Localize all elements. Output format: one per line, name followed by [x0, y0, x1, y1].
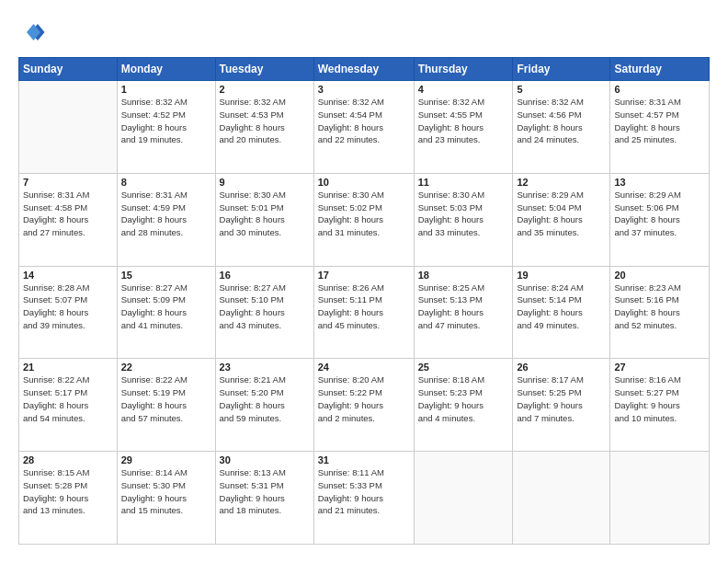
calendar-cell: [414, 452, 513, 545]
calendar-cell: 21Sunrise: 8:22 AM Sunset: 5:17 PM Dayli…: [19, 359, 118, 452]
day-number: 2: [220, 84, 310, 95]
day-info: Sunrise: 8:25 AM Sunset: 5:13 PM Dayligh…: [418, 282, 509, 332]
calendar-cell: 16Sunrise: 8:27 AM Sunset: 5:10 PM Dayli…: [215, 266, 313, 359]
calendar-week-1: 1Sunrise: 8:32 AM Sunset: 4:52 PM Daylig…: [19, 81, 710, 174]
day-info: Sunrise: 8:32 AM Sunset: 4:55 PM Dayligh…: [418, 96, 509, 146]
logo-icon: [18, 18, 46, 46]
day-number: 20: [614, 270, 705, 281]
day-info: Sunrise: 8:22 AM Sunset: 5:17 PM Dayligh…: [23, 373, 113, 424]
day-number: 4: [418, 84, 509, 95]
calendar-cell: 5Sunrise: 8:32 AM Sunset: 4:56 PM Daylig…: [513, 81, 610, 174]
day-info: Sunrise: 8:30 AM Sunset: 5:01 PM Dayligh…: [220, 189, 310, 239]
day-number: 26: [517, 362, 606, 373]
day-number: 31: [318, 454, 410, 465]
day-number: 27: [614, 362, 705, 373]
day-number: 25: [418, 362, 509, 373]
calendar-cell: 17Sunrise: 8:26 AM Sunset: 5:11 PM Dayli…: [313, 266, 414, 359]
calendar-cell: 9Sunrise: 8:30 AM Sunset: 5:01 PM Daylig…: [215, 173, 313, 266]
day-number: 22: [121, 362, 211, 373]
calendar-header: SundayMondayTuesdayWednesdayThursdayFrid…: [19, 58, 710, 81]
day-number: 30: [220, 454, 310, 465]
day-info: Sunrise: 8:31 AM Sunset: 4:59 PM Dayligh…: [121, 189, 211, 239]
calendar-cell: 3Sunrise: 8:32 AM Sunset: 4:54 PM Daylig…: [313, 81, 414, 174]
day-info: Sunrise: 8:27 AM Sunset: 5:10 PM Dayligh…: [220, 282, 310, 332]
day-of-week-monday: Monday: [117, 58, 215, 81]
calendar-cell: 25Sunrise: 8:18 AM Sunset: 5:23 PM Dayli…: [414, 359, 513, 452]
calendar-cell: 2Sunrise: 8:32 AM Sunset: 4:53 PM Daylig…: [215, 81, 313, 174]
calendar: SundayMondayTuesdayWednesdayThursdayFrid…: [18, 57, 710, 545]
day-info: Sunrise: 8:32 AM Sunset: 4:53 PM Dayligh…: [220, 96, 310, 146]
calendar-cell: 18Sunrise: 8:25 AM Sunset: 5:13 PM Dayli…: [414, 266, 513, 359]
day-number: 21: [23, 362, 113, 373]
calendar-cell: [19, 81, 118, 174]
day-number: 29: [121, 454, 211, 465]
day-info: Sunrise: 8:15 AM Sunset: 5:28 PM Dayligh…: [23, 466, 113, 517]
day-info: Sunrise: 8:29 AM Sunset: 5:04 PM Dayligh…: [517, 189, 606, 239]
day-info: Sunrise: 8:32 AM Sunset: 4:56 PM Dayligh…: [517, 96, 606, 146]
calendar-cell: 26Sunrise: 8:17 AM Sunset: 5:25 PM Dayli…: [513, 359, 610, 452]
calendar-cell: [610, 452, 710, 545]
logo: [18, 18, 50, 46]
calendar-cell: 14Sunrise: 8:28 AM Sunset: 5:07 PM Dayli…: [19, 266, 118, 359]
calendar-cell: 29Sunrise: 8:14 AM Sunset: 5:30 PM Dayli…: [117, 452, 215, 545]
calendar-week-5: 28Sunrise: 8:15 AM Sunset: 5:28 PM Dayli…: [19, 452, 710, 545]
calendar-cell: 4Sunrise: 8:32 AM Sunset: 4:55 PM Daylig…: [414, 81, 513, 174]
day-of-week-sunday: Sunday: [19, 58, 118, 81]
day-number: 8: [121, 177, 211, 188]
day-number: 7: [23, 177, 113, 188]
day-info: Sunrise: 8:21 AM Sunset: 5:20 PM Dayligh…: [220, 373, 310, 424]
day-info: Sunrise: 8:20 AM Sunset: 5:22 PM Dayligh…: [318, 373, 410, 424]
day-number: 16: [220, 270, 310, 281]
day-number: 28: [23, 454, 113, 465]
day-number: 13: [614, 177, 705, 188]
day-of-week-saturday: Saturday: [610, 58, 710, 81]
day-number: 17: [318, 270, 410, 281]
day-number: 15: [121, 270, 211, 281]
calendar-body: 1Sunrise: 8:32 AM Sunset: 4:52 PM Daylig…: [19, 81, 710, 545]
day-info: Sunrise: 8:13 AM Sunset: 5:31 PM Dayligh…: [220, 466, 310, 517]
day-number: 23: [220, 362, 310, 373]
day-number: 5: [517, 84, 606, 95]
calendar-cell: 7Sunrise: 8:31 AM Sunset: 4:58 PM Daylig…: [19, 173, 118, 266]
day-number: 3: [318, 84, 410, 95]
calendar-cell: 31Sunrise: 8:11 AM Sunset: 5:33 PM Dayli…: [313, 452, 414, 545]
day-info: Sunrise: 8:23 AM Sunset: 5:16 PM Dayligh…: [614, 282, 705, 332]
day-info: Sunrise: 8:32 AM Sunset: 4:52 PM Dayligh…: [121, 96, 211, 146]
day-number: 12: [517, 177, 606, 188]
page: SundayMondayTuesdayWednesdayThursdayFrid…: [0, 0, 728, 563]
calendar-cell: 28Sunrise: 8:15 AM Sunset: 5:28 PM Dayli…: [19, 452, 118, 545]
header-row: SundayMondayTuesdayWednesdayThursdayFrid…: [19, 58, 710, 81]
calendar-week-4: 21Sunrise: 8:22 AM Sunset: 5:17 PM Dayli…: [19, 359, 710, 452]
day-number: 24: [318, 362, 410, 373]
day-number: 6: [614, 84, 705, 95]
day-info: Sunrise: 8:26 AM Sunset: 5:11 PM Dayligh…: [318, 282, 410, 332]
calendar-cell: 8Sunrise: 8:31 AM Sunset: 4:59 PM Daylig…: [117, 173, 215, 266]
calendar-cell: 24Sunrise: 8:20 AM Sunset: 5:22 PM Dayli…: [313, 359, 414, 452]
day-number: 9: [220, 177, 310, 188]
calendar-week-3: 14Sunrise: 8:28 AM Sunset: 5:07 PM Dayli…: [19, 266, 710, 359]
calendar-cell: 11Sunrise: 8:30 AM Sunset: 5:03 PM Dayli…: [414, 173, 513, 266]
day-number: 10: [318, 177, 410, 188]
calendar-cell: 10Sunrise: 8:30 AM Sunset: 5:02 PM Dayli…: [313, 173, 414, 266]
calendar-cell: 23Sunrise: 8:21 AM Sunset: 5:20 PM Dayli…: [215, 359, 313, 452]
calendar-cell: 20Sunrise: 8:23 AM Sunset: 5:16 PM Dayli…: [610, 266, 710, 359]
day-number: 18: [418, 270, 509, 281]
day-info: Sunrise: 8:30 AM Sunset: 5:02 PM Dayligh…: [318, 189, 410, 239]
calendar-cell: 30Sunrise: 8:13 AM Sunset: 5:31 PM Dayli…: [215, 452, 313, 545]
day-info: Sunrise: 8:32 AM Sunset: 4:54 PM Dayligh…: [318, 96, 410, 146]
day-info: Sunrise: 8:11 AM Sunset: 5:33 PM Dayligh…: [318, 466, 410, 517]
day-info: Sunrise: 8:16 AM Sunset: 5:27 PM Dayligh…: [614, 373, 705, 424]
day-info: Sunrise: 8:28 AM Sunset: 5:07 PM Dayligh…: [23, 282, 113, 332]
day-info: Sunrise: 8:29 AM Sunset: 5:06 PM Dayligh…: [614, 189, 705, 239]
header: [18, 18, 710, 46]
day-info: Sunrise: 8:31 AM Sunset: 4:58 PM Dayligh…: [23, 189, 113, 239]
calendar-cell: 6Sunrise: 8:31 AM Sunset: 4:57 PM Daylig…: [610, 81, 710, 174]
calendar-cell: 19Sunrise: 8:24 AM Sunset: 5:14 PM Dayli…: [513, 266, 610, 359]
day-info: Sunrise: 8:17 AM Sunset: 5:25 PM Dayligh…: [517, 373, 606, 424]
day-of-week-tuesday: Tuesday: [215, 58, 313, 81]
day-number: 11: [418, 177, 509, 188]
day-info: Sunrise: 8:24 AM Sunset: 5:14 PM Dayligh…: [517, 282, 606, 332]
day-number: 14: [23, 270, 113, 281]
day-info: Sunrise: 8:18 AM Sunset: 5:23 PM Dayligh…: [418, 373, 509, 424]
day-number: 19: [517, 270, 606, 281]
